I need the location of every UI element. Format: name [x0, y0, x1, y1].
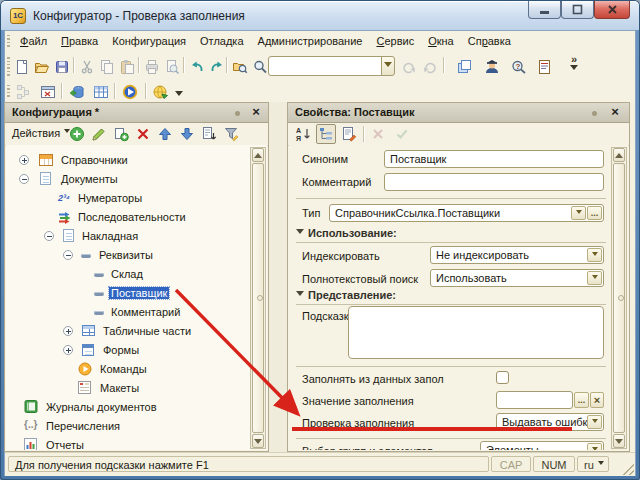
choice-dropdown[interactable]: Элементы: [480, 441, 604, 450]
find-previous-button[interactable]: [419, 56, 441, 78]
tooltip-textarea[interactable]: [348, 306, 604, 359]
type-combobox[interactable]: СправочникСсылка.Поставщики ...: [329, 204, 604, 222]
menu-service[interactable]: Сервис: [369, 31, 421, 50]
usage-section-header[interactable]: Использование:: [296, 227, 606, 243]
cut-button[interactable]: [76, 56, 98, 78]
tree-item-forms[interactable]: Формы: [6, 341, 249, 360]
menu-windows[interactable]: Окна: [421, 31, 461, 50]
resize-grip[interactable]: [621, 462, 634, 475]
web-client-dropdown[interactable]: [173, 81, 185, 103]
filter-button[interactable]: [221, 124, 241, 144]
move-down-button[interactable]: [177, 124, 197, 144]
expand-plus-icon[interactable]: [19, 155, 29, 165]
minimize-button[interactable]: [528, 1, 561, 19]
copy-button[interactable]: [96, 56, 118, 78]
undo-button[interactable]: [186, 56, 208, 78]
tree-item-documents[interactable]: Документы: [6, 170, 249, 189]
scroll-down-button[interactable]: [613, 434, 625, 448]
type-dropdown-button[interactable]: [571, 206, 586, 220]
index-dropdown[interactable]: Не индексировать: [430, 246, 604, 264]
dropdown-button[interactable]: [587, 443, 602, 450]
dropdown-button[interactable]: [587, 271, 602, 285]
actions-menu-button[interactable]: Действия: [12, 127, 70, 139]
sort-alphabetical-button[interactable]: АЯ: [293, 124, 313, 144]
presentation-section-header[interactable]: Представление:: [296, 289, 606, 305]
fill-value-clear-button[interactable]: ×: [590, 392, 604, 408]
sort-list-button[interactable]: [199, 124, 219, 144]
fulltext-dropdown[interactable]: Использовать: [430, 269, 604, 287]
tree-item-templates[interactable]: Макеты: [6, 379, 249, 398]
update-database-button[interactable]: [66, 81, 88, 103]
close-button[interactable]: [594, 1, 630, 19]
configuration-tree-button[interactable]: [13, 81, 35, 103]
search-combobox-dropdown[interactable]: [381, 56, 395, 76]
scrollbar-thumb[interactable]: [613, 163, 625, 433]
comment-input[interactable]: [384, 173, 604, 191]
menu-administration[interactable]: Администрирование: [251, 31, 370, 50]
property-page-button[interactable]: [339, 124, 359, 144]
menu-help[interactable]: Справка: [461, 31, 518, 50]
maximize-button[interactable]: [561, 1, 594, 19]
tree-item-kommentariy[interactable]: Комментарий: [6, 303, 249, 322]
apply-button[interactable]: [392, 124, 412, 144]
type-ellipsis-button[interactable]: ...: [587, 206, 602, 220]
properties-scrollbar[interactable]: [611, 147, 627, 449]
toolbar-overflow-button[interactable]: »: [565, 54, 583, 76]
properties-panel-header[interactable]: Свойства: Поставщик ×: [288, 103, 629, 123]
collapse-minus-icon[interactable]: [63, 250, 73, 260]
expand-plus-icon[interactable]: [63, 326, 73, 336]
tree-item-catalogs[interactable]: Справочники: [6, 151, 249, 170]
tree-item-nakladnaya[interactable]: Накладная: [6, 227, 249, 246]
menu-edit[interactable]: Правка: [54, 31, 105, 50]
help-search-button[interactable]: ?: [508, 56, 530, 78]
tree-item-rekvizity[interactable]: Реквизиты: [6, 246, 249, 265]
fill-check-dropdown[interactable]: Выдавать ошибку: [496, 413, 604, 431]
scroll-up-button[interactable]: [613, 148, 625, 162]
tree-item-sequences[interactable]: Последовательности: [6, 208, 249, 227]
move-up-button[interactable]: [155, 124, 175, 144]
fill-value-input[interactable]: [496, 391, 573, 409]
wizard-button[interactable]: [481, 56, 503, 78]
tree-item-postavshchik[interactable]: Поставщик: [6, 284, 249, 303]
find-next-button[interactable]: [398, 56, 420, 78]
scroll-down-button[interactable]: [252, 434, 264, 448]
collapse-minus-icon[interactable]: [44, 231, 54, 241]
start-debugging-button[interactable]: [119, 81, 141, 103]
find-in-files-button[interactable]: [229, 56, 251, 78]
redo-button[interactable]: [206, 56, 228, 78]
configuration-panel-header[interactable]: Конфигурация * ×: [5, 103, 268, 123]
copy-windows-button[interactable]: [453, 56, 475, 78]
tree-item-enums[interactable]: {..}Перечисления: [6, 417, 249, 436]
tree-item-sklad[interactable]: Склад: [6, 265, 249, 284]
syntax-helper-button[interactable]: [534, 56, 556, 78]
delete-button[interactable]: [133, 124, 153, 144]
print-button[interactable]: [141, 56, 163, 78]
paste-button[interactable]: [116, 56, 138, 78]
edit-button[interactable]: [89, 124, 109, 144]
panel-splitter[interactable]: [269, 102, 287, 452]
language-indicator[interactable]: ru: [577, 456, 609, 472]
scrollbar-thumb[interactable]: [252, 163, 264, 433]
fill-from-checkbox[interactable]: [496, 371, 509, 384]
open-button[interactable]: [31, 56, 53, 78]
tree-scrollbar[interactable]: [250, 147, 266, 449]
collapse-minus-icon[interactable]: [19, 174, 29, 184]
add-button[interactable]: [67, 124, 87, 144]
tree-item-reports[interactable]: Отчеты: [6, 436, 249, 450]
menu-debug[interactable]: Отладка: [193, 31, 250, 50]
menu-configuration[interactable]: Конфигурация: [105, 31, 193, 50]
pin-icon[interactable]: [235, 111, 240, 116]
menu-grip[interactable]: [7, 35, 10, 49]
table-settings-button[interactable]: [90, 81, 112, 103]
panel-close-button[interactable]: ×: [248, 104, 264, 120]
panel-close-button[interactable]: ×: [607, 104, 623, 120]
fill-value-ellipsis-button[interactable]: ...: [574, 392, 589, 408]
print-preview-button[interactable]: [161, 56, 183, 78]
toolbar-grip[interactable]: [7, 57, 10, 77]
new-document-button[interactable]: [11, 56, 33, 78]
cancel-edit-button[interactable]: [368, 124, 388, 144]
dropdown-button[interactable]: [587, 248, 602, 262]
tree-item-tabular-sections[interactable]: Табличные части: [6, 322, 249, 341]
pin-icon[interactable]: [592, 111, 597, 116]
web-client-button[interactable]: [150, 81, 172, 103]
